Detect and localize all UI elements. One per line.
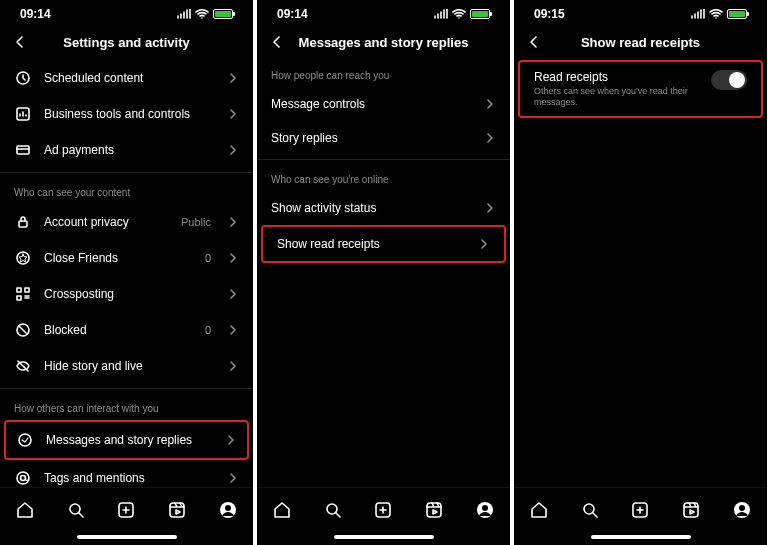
row-label: Hide story and live bbox=[44, 359, 215, 373]
tab-bar bbox=[514, 487, 767, 531]
back-button[interactable] bbox=[10, 32, 30, 52]
tab-reels[interactable] bbox=[422, 498, 446, 522]
phone-screen-settings: 09:14 Settings and activity Scheduled co… bbox=[0, 0, 253, 545]
svg-point-26 bbox=[739, 505, 745, 511]
chevron-right-icon bbox=[227, 144, 239, 156]
screen-title: Settings and activity bbox=[63, 35, 189, 50]
tab-create[interactable] bbox=[371, 498, 395, 522]
svg-point-10 bbox=[17, 472, 29, 484]
tab-profile[interactable] bbox=[730, 498, 754, 522]
svg-rect-2 bbox=[17, 146, 29, 154]
tab-profile[interactable] bbox=[216, 498, 240, 522]
status-time: 09:14 bbox=[20, 7, 51, 21]
row-value: 0 bbox=[205, 324, 211, 336]
status-icons bbox=[434, 9, 490, 19]
svg-rect-5 bbox=[17, 288, 21, 292]
status-time: 09:15 bbox=[534, 7, 565, 21]
read-receipts-toggle[interactable] bbox=[711, 70, 747, 90]
signal-icon bbox=[177, 9, 191, 19]
screen-title: Messages and story replies bbox=[299, 35, 469, 50]
tab-home[interactable] bbox=[270, 498, 294, 522]
row-tags-mentions[interactable]: Tags and mentions bbox=[0, 460, 253, 487]
screen-header: Messages and story replies bbox=[257, 24, 510, 60]
tab-home[interactable] bbox=[527, 498, 551, 522]
phone-screen-read-receipts: 09:15 Show read receipts Read receipts O… bbox=[514, 0, 767, 545]
tab-search[interactable] bbox=[578, 498, 602, 522]
section-header-privacy: Who can see your content bbox=[0, 177, 253, 204]
tab-reels[interactable] bbox=[165, 498, 189, 522]
tab-create[interactable] bbox=[114, 498, 138, 522]
row-label: Message controls bbox=[271, 97, 484, 111]
chevron-right-icon bbox=[227, 216, 239, 228]
row-crossposting[interactable]: Crossposting bbox=[0, 276, 253, 312]
row-label: Tags and mentions bbox=[44, 471, 215, 485]
chevron-right-icon bbox=[227, 72, 239, 84]
tab-profile[interactable] bbox=[473, 498, 497, 522]
row-close-friends[interactable]: Close Friends 0 bbox=[0, 240, 253, 276]
chevron-right-icon bbox=[484, 98, 496, 110]
row-story-replies[interactable]: Story replies bbox=[257, 121, 510, 155]
row-ad-payments[interactable]: Ad payments bbox=[0, 132, 253, 168]
svg-point-21 bbox=[482, 505, 488, 511]
card-icon bbox=[14, 141, 32, 159]
section-header-reach: How people can reach you bbox=[257, 60, 510, 87]
chart-icon bbox=[14, 105, 32, 123]
row-message-controls[interactable]: Message controls bbox=[257, 87, 510, 121]
tab-search[interactable] bbox=[321, 498, 345, 522]
wifi-icon bbox=[709, 9, 723, 19]
row-label: Messages and story replies bbox=[46, 433, 213, 447]
tab-home[interactable] bbox=[13, 498, 37, 522]
row-account-privacy[interactable]: Account privacy Public bbox=[0, 204, 253, 240]
divider bbox=[0, 388, 253, 389]
status-time: 09:14 bbox=[277, 7, 308, 21]
battery-icon bbox=[727, 9, 747, 19]
row-read-receipts-toggle[interactable]: Read receipts Others can see when you've… bbox=[518, 60, 763, 118]
status-icons bbox=[691, 9, 747, 19]
signal-icon bbox=[691, 9, 705, 19]
row-label: Show read receipts bbox=[277, 237, 478, 251]
star-icon bbox=[14, 249, 32, 267]
status-bar: 09:14 bbox=[0, 4, 253, 24]
row-activity-status[interactable]: Show activity status bbox=[257, 191, 510, 225]
row-show-read-receipts[interactable]: Show read receipts bbox=[261, 225, 506, 263]
section-header-interact: How others can interact with you bbox=[0, 393, 253, 420]
wifi-icon bbox=[195, 9, 209, 19]
section-header-online: Who can see you're online bbox=[257, 164, 510, 191]
row-label: Business tools and controls bbox=[44, 107, 215, 121]
lock-icon bbox=[14, 213, 32, 231]
settings-content[interactable]: Scheduled content Business tools and con… bbox=[0, 60, 253, 487]
home-indicator[interactable] bbox=[77, 535, 177, 539]
home-indicator[interactable] bbox=[334, 535, 434, 539]
chevron-right-icon bbox=[227, 252, 239, 264]
tab-search[interactable] bbox=[64, 498, 88, 522]
row-value: Public bbox=[181, 216, 211, 228]
wifi-icon bbox=[452, 9, 466, 19]
row-scheduled-content[interactable]: Scheduled content bbox=[0, 60, 253, 96]
divider bbox=[0, 172, 253, 173]
divider bbox=[257, 159, 510, 160]
home-indicator[interactable] bbox=[591, 535, 691, 539]
row-value: 0 bbox=[205, 252, 211, 264]
row-blocked[interactable]: Blocked 0 bbox=[0, 312, 253, 348]
phone-screen-messages: 09:14 Messages and story replies How peo… bbox=[257, 0, 510, 545]
toggle-label: Read receipts bbox=[534, 70, 711, 84]
row-label: Ad payments bbox=[44, 143, 215, 157]
chevron-right-icon bbox=[227, 360, 239, 372]
chevron-right-icon bbox=[225, 434, 237, 446]
tag-icon bbox=[14, 469, 32, 487]
row-business-tools[interactable]: Business tools and controls bbox=[0, 96, 253, 132]
back-button[interactable] bbox=[524, 32, 544, 52]
msg-icon bbox=[16, 431, 34, 449]
row-hide-story[interactable]: Hide story and live bbox=[0, 348, 253, 384]
svg-rect-3 bbox=[19, 221, 27, 227]
chevron-right-icon bbox=[227, 472, 239, 484]
back-button[interactable] bbox=[267, 32, 287, 52]
row-label: Scheduled content bbox=[44, 71, 215, 85]
chevron-right-icon bbox=[484, 202, 496, 214]
tab-reels[interactable] bbox=[679, 498, 703, 522]
tab-create[interactable] bbox=[628, 498, 652, 522]
row-messages-story-replies[interactable]: Messages and story replies bbox=[4, 420, 249, 460]
receipts-content[interactable]: Read receipts Others can see when you've… bbox=[514, 60, 767, 487]
messages-content[interactable]: How people can reach you Message control… bbox=[257, 60, 510, 487]
row-label: Blocked bbox=[44, 323, 193, 337]
